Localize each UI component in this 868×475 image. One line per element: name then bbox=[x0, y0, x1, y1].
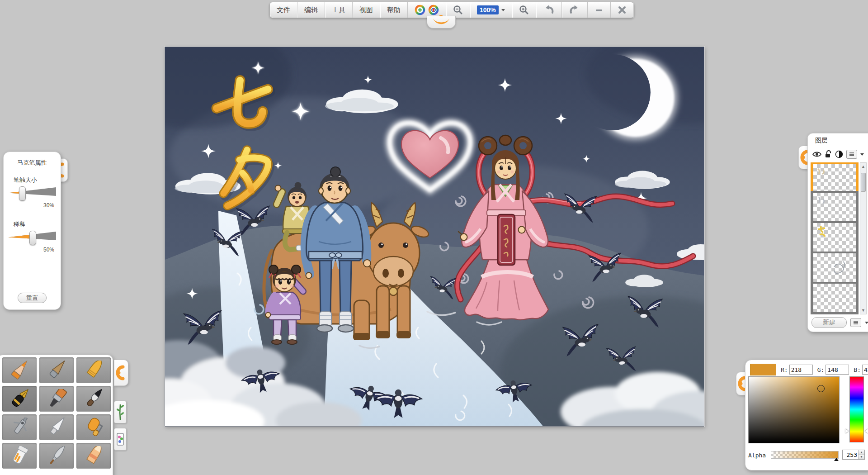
tool-liner-brush[interactable] bbox=[39, 443, 74, 469]
new-layer-label: 新建 bbox=[823, 318, 835, 327]
airbrush-icon bbox=[6, 418, 33, 437]
clown-smile-icon bbox=[430, 16, 452, 26]
menu-tools[interactable]: 工具 bbox=[325, 2, 353, 18]
close-x-icon bbox=[618, 5, 627, 14]
tool-palette-knife[interactable] bbox=[39, 414, 74, 440]
saturation-value-field[interactable] bbox=[748, 376, 840, 443]
menu-edit[interactable]: 编辑 bbox=[297, 2, 325, 18]
clown-mouth-tab[interactable] bbox=[427, 16, 456, 28]
panel-handle-icon bbox=[116, 363, 127, 383]
redo-button[interactable] bbox=[562, 2, 588, 18]
paint-jar-icon bbox=[6, 446, 33, 466]
hue-bar[interactable] bbox=[849, 376, 864, 442]
hue-marker-right[interactable] bbox=[865, 429, 868, 433]
alpha-slider[interactable] bbox=[771, 451, 839, 459]
layer-visibility-eye-icon[interactable] bbox=[812, 151, 821, 157]
zoom-level-value[interactable]: 100% bbox=[477, 5, 499, 14]
canvas-artwork[interactable] bbox=[165, 47, 704, 426]
sticker-gallery-tab[interactable] bbox=[114, 428, 127, 451]
tool-eraser[interactable] bbox=[76, 443, 111, 469]
layers-bottom-caret-icon[interactable] bbox=[865, 322, 868, 324]
dilution-thumb[interactable] bbox=[29, 231, 36, 245]
undo-button[interactable] bbox=[536, 2, 562, 18]
menu-view[interactable]: 视图 bbox=[353, 2, 380, 18]
layers-scrollbar[interactable]: ▲ ▼ bbox=[860, 162, 867, 314]
current-color-swatch bbox=[750, 364, 776, 375]
tool-pastel-pencil[interactable] bbox=[39, 357, 74, 383]
crescent-moon bbox=[594, 56, 677, 139]
layer-menu-button[interactable] bbox=[846, 150, 857, 159]
alpha-spin-down[interactable]: ▼ bbox=[859, 455, 864, 459]
brush-grid bbox=[2, 357, 111, 469]
r-label: R: bbox=[781, 366, 788, 373]
alpha-spin-up[interactable]: ▲ bbox=[859, 450, 864, 455]
reset-button[interactable]: 重置 bbox=[18, 293, 47, 303]
scroll-down-arrow[interactable]: ▼ bbox=[860, 307, 866, 314]
dilution-slider[interactable] bbox=[8, 230, 56, 246]
brush-size-track[interactable] bbox=[8, 186, 56, 201]
sticker-picture-icon bbox=[116, 431, 124, 448]
layers-toolbar bbox=[812, 149, 868, 159]
menu-edit-label: 编辑 bbox=[304, 6, 318, 14]
brush-panel-tab[interactable] bbox=[114, 360, 128, 386]
layers-bottom-menu-button[interactable] bbox=[850, 318, 861, 327]
zoom-in-button[interactable] bbox=[512, 2, 536, 18]
tool-airbrush[interactable] bbox=[2, 414, 37, 440]
tool-colored-pencil[interactable] bbox=[2, 357, 37, 383]
g-label: G: bbox=[817, 366, 825, 373]
tool-fountain-pen[interactable] bbox=[2, 386, 37, 412]
layer-row-4[interactable] bbox=[811, 253, 859, 282]
liner-brush-icon bbox=[43, 446, 70, 466]
zoom-level-combo[interactable]: 100% bbox=[470, 2, 512, 18]
sv-cursor[interactable] bbox=[817, 385, 825, 392]
alpha-field[interactable] bbox=[843, 451, 858, 458]
layer-row-3[interactable] bbox=[811, 223, 859, 252]
alpha-label: Alpha bbox=[748, 452, 766, 459]
rgb-row: R: G: B: bbox=[750, 364, 868, 375]
scroll-thumb[interactable] bbox=[861, 173, 866, 192]
bamboo-icon bbox=[116, 404, 124, 421]
canvas-frame: 七夕 bbox=[165, 47, 704, 427]
crayon-icon bbox=[80, 361, 107, 380]
alpha-marker[interactable] bbox=[834, 458, 839, 461]
new-layer-button[interactable]: 新建 bbox=[811, 317, 847, 328]
color-picker-panel: R: G: B: Alpha ▲ ▼ bbox=[745, 360, 868, 470]
close-button[interactable] bbox=[611, 2, 634, 18]
brush-size-thumb[interactable] bbox=[19, 186, 26, 201]
layers-panel-title: 图层 bbox=[815, 137, 868, 145]
zoom-caret-down-icon[interactable] bbox=[501, 9, 505, 11]
brush-size-label: 笔触大小 bbox=[14, 176, 61, 184]
menu-file[interactable]: 文件 bbox=[270, 2, 297, 18]
tool-flat-brush[interactable] bbox=[39, 386, 74, 412]
layer-row-1[interactable] bbox=[811, 162, 859, 191]
layer-blend-contrast-icon[interactable] bbox=[835, 150, 843, 158]
menu-help[interactable]: 帮助 bbox=[380, 2, 408, 18]
hue-marker-left[interactable] bbox=[845, 429, 849, 433]
layer-unlock-padlock-icon[interactable] bbox=[825, 150, 832, 158]
scroll-up-arrow[interactable]: ▲ bbox=[860, 163, 866, 170]
pastel-pencil-icon bbox=[43, 361, 70, 380]
brush-size-slider[interactable] bbox=[8, 186, 56, 201]
eraser-icon bbox=[80, 446, 107, 466]
r-field[interactable] bbox=[789, 365, 813, 375]
brush-size-value: 30% bbox=[4, 202, 54, 209]
layer-list bbox=[811, 162, 859, 314]
tool-paint-jar[interactable] bbox=[2, 443, 37, 469]
redo-arrow-icon bbox=[569, 5, 580, 15]
layer-row-5[interactable] bbox=[811, 284, 859, 312]
dilution-label: 稀释 bbox=[14, 220, 61, 228]
dilution-value: 50% bbox=[4, 247, 54, 253]
marker-properties-panel: 马克笔属性 笔触大小 30% 稀释 bbox=[3, 152, 61, 310]
g-field[interactable] bbox=[826, 365, 849, 375]
bamboo-stamp-tab[interactable] bbox=[114, 401, 127, 423]
layer-row-2[interactable] bbox=[811, 193, 859, 221]
tool-crayon[interactable] bbox=[76, 357, 111, 383]
b-field[interactable] bbox=[862, 365, 868, 375]
zoom-out-button[interactable] bbox=[446, 2, 470, 18]
minimize-button[interactable] bbox=[588, 2, 611, 18]
tool-paint-roller[interactable] bbox=[76, 414, 111, 440]
layer-menu-caret-icon[interactable] bbox=[860, 153, 864, 156]
b-label: B: bbox=[854, 366, 861, 373]
clown-eye-right-icon bbox=[428, 5, 439, 15]
tool-ink-brush[interactable] bbox=[76, 386, 111, 412]
